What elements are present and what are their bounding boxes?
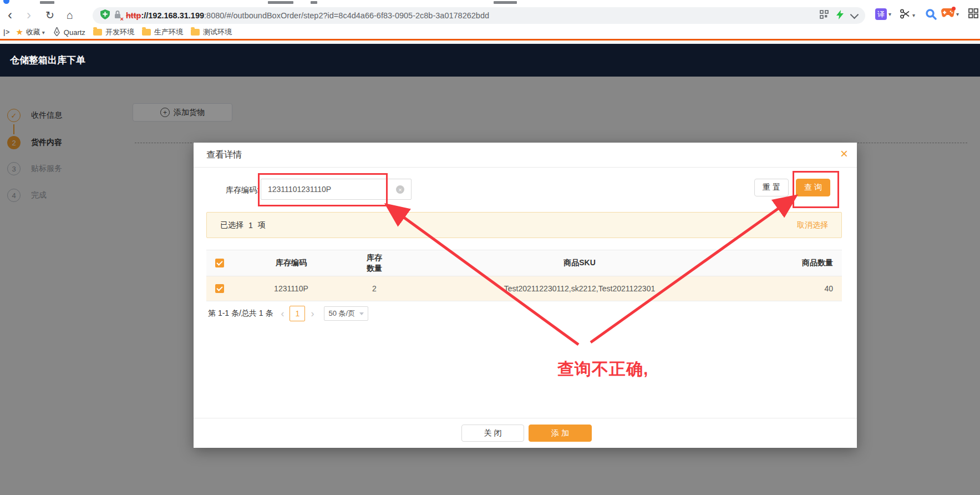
- caret-down-icon[interactable]: ▾: [888, 11, 891, 17]
- next-page-icon[interactable]: ›: [311, 309, 314, 319]
- refresh-button[interactable]: ↻: [41, 6, 59, 24]
- pagination: 第 1-1 条/总共 1 条 ‹ 1 › 50 条/页: [208, 306, 368, 321]
- col-stock-code: 库存编码: [233, 258, 349, 268]
- chevron-down-icon[interactable]: [850, 10, 859, 19]
- back-button[interactable]: ‹: [1, 6, 19, 24]
- folder-label: 测试环境: [203, 27, 232, 37]
- col-product-qty: 商品数量: [760, 258, 842, 268]
- page-content: ✓ 收件信息 2 货件内容 3 贴标服务 4 完成 + 添加货物 查看详情 ×: [0, 77, 980, 495]
- caret-down-icon[interactable]: ▾: [912, 12, 915, 18]
- bookmark-quartz[interactable]: Quartz: [53, 27, 85, 38]
- quartz-label: Quartz: [64, 28, 85, 37]
- bookmark-favorites[interactable]: ★ 收藏 ▾: [16, 27, 44, 37]
- url-path: :8080/#/outboundBoxOrder/step2?id=8c4d4a…: [204, 11, 489, 20]
- stock-code-input[interactable]: [261, 179, 412, 200]
- caret-down-icon[interactable]: ▾: [956, 11, 959, 17]
- stock-table: 库存编码 库存数量 商品SKU 商品数量 1231110P 2 Test2021…: [206, 250, 842, 301]
- insecure-lock-icon: ×: [114, 10, 121, 21]
- shield-safe-icon[interactable]: [100, 9, 110, 22]
- col-sku: 商品SKU: [399, 258, 760, 268]
- favorites-label: 收藏: [26, 27, 40, 37]
- qr-code-icon[interactable]: [820, 10, 829, 21]
- bookmark-folder-test[interactable]: 测试环境: [191, 27, 232, 37]
- modal-add-button[interactable]: 添 加: [529, 425, 592, 442]
- page-size-select[interactable]: 50 条/页: [324, 306, 368, 321]
- star-icon: ★: [16, 27, 23, 37]
- url-bar[interactable]: × http://192.168.31.199:8080/#/outboundB…: [93, 7, 865, 24]
- lightning-icon[interactable]: [836, 10, 844, 22]
- cell-stock-qty: 2: [349, 284, 399, 293]
- home-button[interactable]: ⌂: [61, 6, 79, 24]
- query-button[interactable]: 查 询: [796, 179, 830, 196]
- deselect-link[interactable]: 取消选择: [797, 220, 828, 230]
- reset-button[interactable]: 重 置: [754, 179, 789, 196]
- url-text: http://192.168.31.199:8080/#/outboundBox…: [126, 11, 489, 20]
- selection-bar: 已选择 1 项 取消选择: [206, 212, 842, 238]
- folder-icon: [142, 29, 151, 36]
- url-scheme: http: [126, 11, 141, 20]
- scissors-icon: [900, 8, 911, 22]
- app-header: 仓储整箱出库下单: [0, 44, 980, 77]
- selection-suffix: 项: [258, 220, 266, 230]
- translate-icon: 译: [875, 8, 887, 20]
- tab-fragment: [311, 1, 317, 4]
- folder-label: 生产环境: [154, 27, 183, 37]
- cell-stock-code: 1231110P: [233, 284, 349, 293]
- tab-fragment: [40, 1, 54, 4]
- cell-sku: Test202112230112,sk2212,Test2021122301: [399, 284, 760, 293]
- page-number-button[interactable]: 1: [290, 306, 305, 321]
- stock-code-label: 库存编码:: [210, 185, 259, 195]
- notification-dot: [952, 7, 956, 11]
- translate-extension[interactable]: 译 ▾: [875, 8, 891, 20]
- gamepad-icon: [941, 8, 954, 20]
- bookmark-folder-dev[interactable]: 开发环境: [93, 27, 134, 37]
- bookmark-folder-prod[interactable]: 生产环境: [142, 27, 183, 37]
- tab-fragment: [268, 1, 293, 4]
- row-checkbox[interactable]: [215, 284, 224, 293]
- forward-button[interactable]: ›: [20, 6, 38, 24]
- modal-close-button[interactable]: 关 闭: [461, 425, 524, 442]
- folder-label: 开发环境: [105, 27, 134, 37]
- browser-toolbar: ‹ › ↻ ⌂ × http://192.168.31.199:8080/#/o…: [0, 6, 980, 26]
- screen: ‹ › ↻ ⌂ × http://192.168.31.199:8080/#/o…: [0, 0, 980, 495]
- page-size-value: 50 条/页: [328, 309, 355, 319]
- prev-page-icon[interactable]: ‹: [281, 309, 284, 319]
- scissors-extension[interactable]: ▾: [900, 8, 915, 22]
- table-header-row: 库存编码 库存数量 商品SKU 商品数量: [206, 250, 842, 276]
- search-icon: [925, 8, 937, 22]
- select-all-checkbox[interactable]: [215, 259, 224, 267]
- tab-favicon: [3, 0, 9, 4]
- folder-icon: [191, 29, 200, 36]
- close-icon[interactable]: ×: [840, 146, 848, 162]
- page-title: 仓储整箱出库下单: [10, 54, 85, 67]
- sidebar-collapse-icon[interactable]: |>: [3, 28, 10, 36]
- pagination-summary: 第 1-1 条/总共 1 条: [208, 309, 273, 319]
- clear-input-icon[interactable]: ×: [396, 185, 404, 194]
- view-details-modal: 查看详情 × 库存编码: × 重 置 查 询 已选择 1 项 取消选择 库存编码…: [194, 143, 857, 448]
- caret-down-icon[interactable]: ▾: [42, 29, 45, 36]
- selection-count: 1: [248, 221, 253, 230]
- search-extension[interactable]: [925, 8, 937, 22]
- modal-title: 查看详情: [206, 149, 242, 161]
- footer-divider: [194, 418, 857, 418]
- table-row[interactable]: 1231110P 2 Test202112230112,sk2212,Test2…: [206, 276, 842, 301]
- cell-product-qty: 40: [760, 284, 842, 293]
- annotation-text: 查询不正确,: [557, 358, 648, 381]
- apps-grid-icon[interactable]: [968, 8, 978, 18]
- selection-prefix: 已选择: [220, 220, 243, 230]
- tab-strip: [0, 0, 980, 6]
- quartz-icon: [53, 27, 61, 38]
- bookmarks-bar: |> ★ 收藏 ▾ Quartz 开发环境 生产环境 测试环境: [0, 26, 980, 39]
- folder-icon: [93, 29, 102, 36]
- col-stock-qty: 库存数量: [349, 252, 399, 274]
- modal-header: 查看详情: [194, 143, 857, 168]
- url-host: ://192.168.31.199: [141, 11, 204, 20]
- tab-fragment: [494, 1, 517, 4]
- select-caret-icon: [359, 312, 364, 315]
